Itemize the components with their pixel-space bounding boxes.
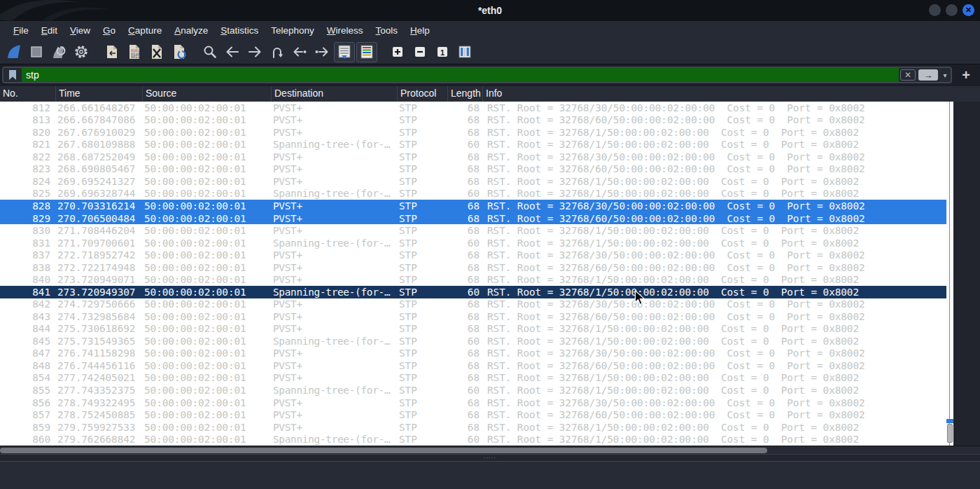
menu-edit[interactable]: Edit	[35, 23, 64, 38]
filter-add-button[interactable]: +	[956, 67, 976, 83]
cell-info: RST. Root = 32768/30/50:00:00:02:00:00 C…	[483, 249, 946, 261]
packet-row-830[interactable]: 830271.70844620450:00:00:02:00:01PVST+ST…	[0, 224, 946, 237]
filter-apply-button[interactable]: →	[918, 69, 938, 81]
go-forward-button[interactable]	[244, 42, 265, 62]
packet-row-828[interactable]: 828270.70331621450:00:00:02:00:01PVST+ST…	[0, 200, 946, 212]
go-first-packet-button[interactable]	[289, 42, 310, 62]
column-header-destination[interactable]: Destination	[272, 86, 398, 102]
horizontal-scrollbar[interactable]	[0, 446, 980, 454]
column-header-time[interactable]: Time	[56, 86, 143, 102]
resize-columns-button[interactable]	[454, 42, 475, 62]
packet-row-848[interactable]: 848276.74445611650:00:00:02:00:01PVST+ST…	[0, 359, 946, 372]
cell-info: RST. Root = 32768/1/50:00:00:02:00:00 Co…	[483, 336, 946, 347]
reload-file-button[interactable]	[169, 42, 190, 62]
window-title: *eth0	[0, 0, 980, 21]
packet-row-859[interactable]: 859279.75992753350:00:00:02:00:01PVST+ST…	[0, 421, 946, 434]
packet-row-812[interactable]: 812266.66164826750:00:00:02:00:01PVST+ST…	[0, 102, 946, 114]
close-file-icon	[148, 43, 165, 60]
zoom-100-button[interactable]: 1	[432, 42, 453, 62]
stop-capture-button[interactable]	[26, 42, 47, 62]
go-to-packet-button[interactable]	[267, 42, 288, 62]
auto-scroll-button[interactable]	[334, 42, 355, 62]
packet-row-857[interactable]: 857278.75245088550:00:00:02:00:01PVST+ST…	[0, 408, 946, 421]
packet-row-820[interactable]: 820267.67691002950:00:00:02:00:01PVST+ST…	[0, 126, 946, 139]
hscroll-thumb[interactable]	[0, 448, 767, 453]
find-packet-button[interactable]	[200, 42, 220, 62]
packet-row-854[interactable]: 854277.74240502150:00:00:02:00:01PVST+ST…	[0, 372, 946, 385]
restart-capture-button[interactable]	[48, 42, 69, 62]
packet-row-855[interactable]: 855277.74335237550:00:00:02:00:01Spannin…	[0, 384, 946, 397]
menu-wireless[interactable]: Wireless	[321, 23, 370, 38]
packet-row-845[interactable]: 845275.73154936550:00:00:02:00:01Spannin…	[0, 335, 946, 347]
pane-splitter[interactable]: ·····	[0, 454, 980, 461]
menu-tools[interactable]: Tools	[370, 23, 405, 38]
colorize-button[interactable]	[356, 42, 377, 62]
packet-row-825[interactable]: 825269.69632874450:00:00:02:00:01Spannin…	[0, 188, 946, 200]
packet-row-847[interactable]: 847276.74115829850:00:00:02:00:01PVST+ST…	[0, 347, 946, 360]
cell-time: 278.752450885	[56, 409, 143, 420]
packet-row-813[interactable]: 813266.66784708650:00:00:02:00:01PVST+ST…	[0, 114, 946, 127]
packet-row-837[interactable]: 837272.71895274250:00:00:02:00:01PVST+ST…	[0, 249, 946, 261]
column-header-length[interactable]: Length	[448, 86, 483, 102]
cell-info: RST. Root = 32768/1/50:00:00:02:00:00 Co…	[483, 139, 946, 150]
packet-row-841[interactable]: 841273.72094930750:00:00:02:00:01Spannin…	[0, 286, 946, 298]
open-file-button[interactable]	[102, 42, 122, 62]
packet-row-843[interactable]: 843274.73298568450:00:00:02:00:01PVST+ST…	[0, 310, 946, 323]
packet-row-824[interactable]: 824269.69524132750:00:00:02:00:01PVST+ST…	[0, 175, 946, 188]
gear-icon	[73, 43, 90, 60]
start-capture-button[interactable]	[4, 42, 24, 62]
cell-dst: Spanning-tree-(for-…	[272, 139, 398, 150]
packet-row-821[interactable]: 821267.68010988850:00:00:02:00:01Spannin…	[0, 139, 946, 151]
filter-clear-button[interactable]: ✕	[900, 69, 916, 81]
zoom-out-button[interactable]	[410, 42, 430, 62]
cell-no: 822	[0, 151, 56, 163]
menu-statistics[interactable]: Statistics	[214, 23, 265, 38]
packet-row-822[interactable]: 822268.68725204950:00:00:02:00:01PVST+ST…	[0, 151, 946, 163]
packet-row-842[interactable]: 842274.72975066650:00:00:02:00:01PVST+ST…	[0, 298, 946, 311]
packet-row-860[interactable]: 860279.76266884250:00:00:02:00:01Spannin…	[0, 433, 946, 446]
packet-row-844[interactable]: 844275.73061869250:00:00:02:00:01PVST+ST…	[0, 323, 946, 336]
save-file-button[interactable]: 010101100011	[124, 42, 145, 62]
zoom-in-button[interactable]	[387, 42, 408, 62]
vscroll-track[interactable]	[946, 102, 953, 446]
column-header-protocol[interactable]: Protocol	[398, 86, 448, 102]
menu-capture[interactable]: Capture	[122, 23, 168, 38]
menu-file[interactable]: File	[7, 23, 35, 38]
menu-view[interactable]: View	[64, 23, 97, 38]
cell-dst: PVST+	[272, 311, 398, 322]
column-header-info[interactable]: Info	[483, 86, 980, 102]
menu-analyze[interactable]: Analyze	[168, 23, 214, 38]
menu-help[interactable]: Help	[404, 23, 436, 38]
filter-dropdown-caret[interactable]: ▾	[939, 68, 951, 82]
cell-dst: PVST+	[272, 298, 398, 310]
filter-bookmark-button[interactable]	[4, 68, 22, 82]
go-last-packet-button[interactable]	[312, 42, 332, 62]
packet-row-856[interactable]: 856278.74932249550:00:00:02:00:01PVST+ST…	[0, 397, 946, 409]
cell-dst: Spanning-tree-(for-…	[272, 287, 398, 298]
column-header-source[interactable]: Source	[143, 86, 272, 102]
menu-telephony[interactable]: Telephony	[265, 23, 321, 38]
cell-time: 272.722174948	[56, 262, 143, 273]
display-filter-input[interactable]	[22, 68, 899, 82]
cell-src: 50:00:00:02:00:01	[143, 114, 272, 125]
capture-options-button[interactable]	[71, 42, 92, 62]
cell-info: RST. Root = 32768/60/50:00:00:02:00:00 C…	[483, 311, 946, 322]
cell-src: 50:00:00:02:00:01	[143, 139, 272, 150]
minimize-button[interactable]	[929, 4, 941, 16]
column-header-no[interactable]: No.	[0, 86, 56, 102]
packet-row-840[interactable]: 840273.72094907150:00:00:02:00:01PVST+ST…	[0, 273, 946, 286]
packet-row-823[interactable]: 823268.69080546750:00:00:02:00:01PVST+ST…	[0, 163, 946, 176]
maximize-button[interactable]	[946, 4, 958, 16]
go-back-button[interactable]	[222, 42, 243, 62]
menu-go[interactable]: Go	[97, 23, 122, 38]
packet-row-831[interactable]: 831271.70970060150:00:00:02:00:01Spannin…	[0, 237, 946, 249]
cell-time: 267.676910029	[56, 127, 143, 138]
cell-dst: PVST+	[272, 213, 398, 224]
close-file-button[interactable]	[146, 42, 167, 62]
close-button[interactable]: ✕	[962, 4, 974, 16]
cell-info: RST. Root = 32768/60/50:00:00:02:00:00 C…	[483, 163, 946, 174]
cell-dst: PVST+	[272, 347, 398, 359]
packet-row-838[interactable]: 838272.72217494850:00:00:02:00:01PVST+ST…	[0, 261, 946, 274]
vscroll-thumb[interactable]	[947, 424, 953, 443]
packet-row-829[interactable]: 829270.70650048450:00:00:02:00:01PVST+ST…	[0, 212, 946, 225]
